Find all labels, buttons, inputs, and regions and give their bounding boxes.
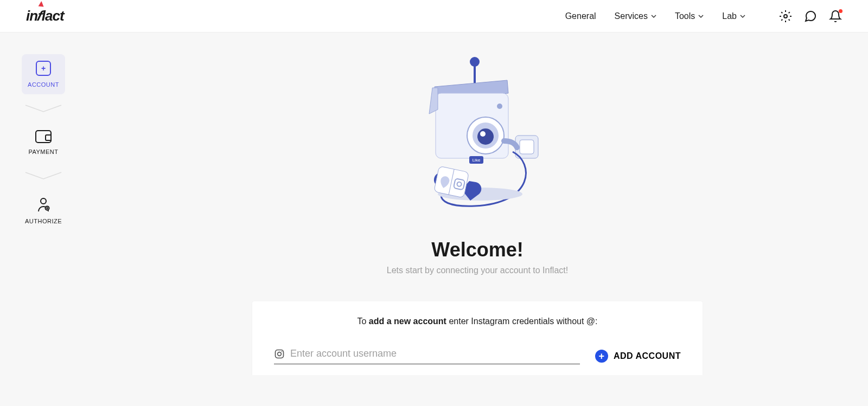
chat-button[interactable] <box>804 10 817 23</box>
add-account-button[interactable]: + ADD ACCOUNT <box>595 350 681 363</box>
instruction-prefix: To <box>357 317 368 326</box>
card-row: + ADD ACCOUNT <box>274 348 681 364</box>
header-icons <box>779 10 842 23</box>
wallet-icon <box>35 130 52 143</box>
page-subtitle: Lets start by connecting your account to… <box>387 266 568 275</box>
svg-rect-20 <box>276 350 284 358</box>
person-plus-icon <box>37 197 50 212</box>
add-account-card: To add a new account enter Instagram cre… <box>252 301 703 375</box>
svg-rect-4 <box>520 140 534 154</box>
chevron-down-icon <box>740 14 745 19</box>
sidebar-item-label: AUTHORIZE <box>25 218 62 224</box>
username-input[interactable] <box>290 348 580 359</box>
settings-button[interactable] <box>779 10 792 23</box>
nav-lab[interactable]: Lab <box>722 11 745 21</box>
sidebar-item-payment[interactable]: PAYMENT <box>22 124 65 162</box>
sidebar-item-account[interactable]: + ACCOUNT <box>22 54 65 94</box>
instruction-suffix: enter Instagram credentials without @: <box>446 317 598 326</box>
chat-icon <box>804 10 817 23</box>
svg-point-0 <box>784 15 787 18</box>
sidebar-item-label: PAYMENT <box>28 149 58 155</box>
brand-logo[interactable]: inflact <box>26 8 64 24</box>
svg-text:Like: Like <box>473 158 481 163</box>
chevron-down-icon <box>651 14 656 19</box>
svg-point-8 <box>497 104 502 109</box>
card-instruction: To add a new account enter Instagram cre… <box>274 317 681 326</box>
connector-chevron-icon <box>24 171 62 181</box>
nav-label: General <box>565 11 596 21</box>
notification-dot <box>839 9 843 13</box>
robot-illustration: Like <box>399 54 556 222</box>
nav-label: Tools <box>675 11 695 21</box>
page-title: Welcome! <box>431 239 523 261</box>
instruction-bold: add a new account <box>369 317 446 326</box>
chevron-down-icon <box>698 14 704 19</box>
header-nav: General Services Tools Lab <box>565 10 842 23</box>
nav-services[interactable]: Services <box>615 11 656 21</box>
sidebar: + ACCOUNT PAYMENT AUTHORIZE <box>22 54 65 231</box>
svg-point-1 <box>41 198 46 204</box>
connector-chevron-icon <box>24 104 62 114</box>
svg-point-22 <box>282 351 283 352</box>
nav-general[interactable]: General <box>565 11 596 21</box>
sidebar-item-authorize[interactable]: AUTHORIZE <box>22 191 65 231</box>
gear-icon <box>779 10 792 23</box>
nav-label: Lab <box>722 11 737 21</box>
sidebar-item-label: ACCOUNT <box>28 81 59 88</box>
plus-box-icon: + <box>36 61 51 76</box>
notifications-button[interactable] <box>829 10 842 23</box>
nav-tools[interactable]: Tools <box>675 11 704 21</box>
svg-point-11 <box>477 128 494 145</box>
main-content: Like Welcome! Lets start by connecting y… <box>87 33 868 375</box>
instagram-icon <box>274 349 285 359</box>
nav-label: Services <box>615 11 648 21</box>
top-header: inflact General Services Tools Lab <box>0 0 868 33</box>
svg-point-12 <box>480 131 486 137</box>
logo-flame-icon <box>39 1 44 7</box>
username-input-wrap <box>274 348 580 364</box>
add-button-label: ADD ACCOUNT <box>614 351 681 361</box>
svg-point-21 <box>278 352 282 356</box>
svg-point-6 <box>470 57 480 67</box>
plus-circle-icon: + <box>595 350 608 363</box>
